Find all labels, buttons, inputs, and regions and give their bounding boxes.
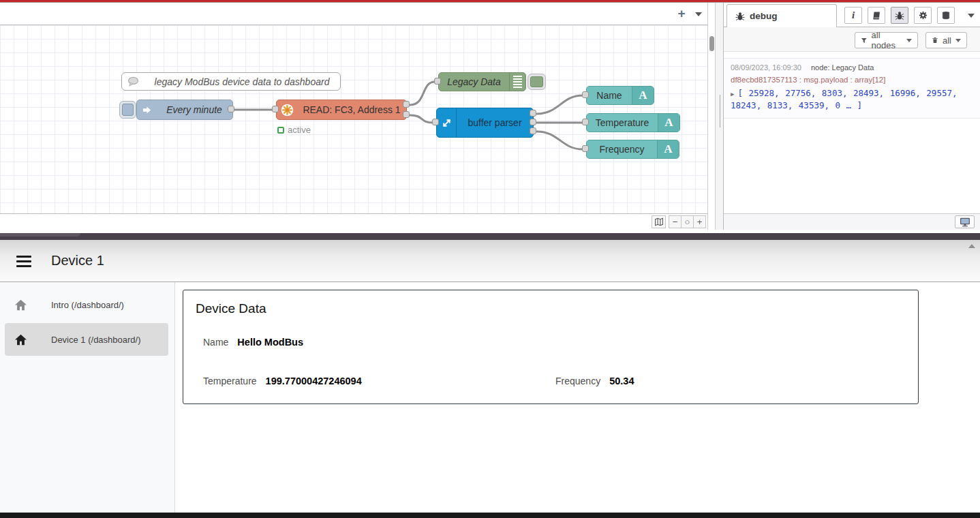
inject-node[interactable]: Every minute [136, 100, 233, 120]
wire-parser-name[interactable] [537, 95, 583, 114]
port-modbus-out-1[interactable] [403, 101, 410, 108]
wire-modbus-debug[interactable] [410, 82, 435, 105]
clear-messages-button[interactable]: all [925, 32, 967, 48]
filter-nodes-button[interactable]: all nodes [855, 32, 918, 48]
navigator-button[interactable] [652, 215, 666, 228]
config-nodes-tab-button[interactable] [914, 7, 932, 24]
buffer-parser-label: buffer parser [457, 108, 533, 137]
debug-toggle-button[interactable] [527, 74, 546, 90]
ui-text-node-temperature[interactable]: Temperature A [586, 113, 680, 132]
info-tab-button[interactable]: i [844, 7, 862, 24]
field-temperature-value: 199.77000427246094 [266, 376, 362, 386]
flow-canvas[interactable]: legacy ModBus device data to dashboard E… [0, 25, 707, 213]
clear-messages-label: all [943, 35, 951, 46]
port-parser-out-2[interactable] [530, 119, 536, 125]
field-temperature: Temperature 199.77000427246094 [203, 376, 362, 386]
field-temperature-label: Temperature [203, 376, 257, 386]
zoom-in-button[interactable]: + [693, 215, 706, 228]
port-parser-in[interactable] [432, 119, 439, 125]
trash-icon [932, 36, 938, 44]
screen: + legacy ModBus device data to d [0, 0, 980, 518]
port-inject-out[interactable] [228, 106, 234, 112]
field-frequency-value: 50.34 [609, 376, 634, 386]
nav-item-intro[interactable]: Intro (/dashboard/) [5, 288, 168, 321]
ui-text-name-label: Name [587, 87, 632, 104]
debug-node-legacy-data[interactable]: Legacy Data [438, 72, 526, 91]
status-text: active [288, 125, 311, 135]
port-modbus-in[interactable] [272, 106, 279, 112]
workspace-scrollbar-thumb[interactable] [709, 36, 714, 51]
database-icon [941, 11, 951, 20]
parser-swap-arrows-icon [437, 108, 457, 137]
home-icon [14, 299, 27, 311]
nav-item-device-1[interactable]: Device 1 (/dashboard/) [5, 323, 168, 356]
dashboard-body: Intro (/dashboard/) Device 1 (/dashboard… [0, 282, 980, 513]
browser-top-edge [0, 0, 980, 3]
wire-parser-frequency[interactable] [537, 132, 583, 149]
workspace-scrollbar[interactable] [707, 3, 715, 230]
port-parser-out-1[interactable] [530, 110, 536, 117]
funnel-icon [861, 37, 868, 44]
inject-arrow-icon [137, 100, 156, 119]
comment-node-label: legacy ModBus device data to dashboard [144, 73, 340, 90]
sidebar-menu-caret-icon[interactable] [968, 14, 975, 18]
text-widget-icon: A [632, 87, 654, 104]
debug-toggle-button-inner [530, 76, 543, 87]
open-debug-window-button[interactable] [955, 215, 975, 228]
flow-list-caret-icon[interactable] [695, 12, 702, 16]
dashboard-main: Device Data Name Hello ModBus Temperatur… [175, 282, 980, 513]
ui-text-node-name[interactable]: Name A [586, 86, 654, 105]
filter-caret-icon [906, 39, 912, 42]
ui-text-temperature-label: Temperature [587, 114, 658, 132]
context-data-tab-button[interactable] [937, 7, 955, 24]
inject-trigger-button-inner [122, 104, 134, 116]
port-frequency-in[interactable] [582, 145, 589, 152]
ui-text-frequency-label: Frequency [587, 140, 657, 158]
book-icon [871, 11, 881, 20]
info-icon: i [852, 10, 855, 21]
port-parser-out-3[interactable] [530, 127, 536, 134]
home-icon [14, 334, 27, 346]
debug-message[interactable]: 08/09/2023, 16:09:30 node: Legacy Data d… [724, 58, 980, 119]
debug-tab-button[interactable] [891, 7, 908, 24]
port-modbus-out-2[interactable] [403, 111, 410, 118]
modbus-read-node[interactable]: READ: FC3, Address 1 [276, 100, 407, 120]
expand-caret-icon[interactable]: ▶ [731, 91, 734, 97]
zoom-reset-button[interactable]: ○ [681, 215, 694, 228]
inject-trigger-button[interactable] [119, 101, 136, 119]
bug-icon [735, 12, 745, 21]
menu-hamburger-icon[interactable] [16, 256, 31, 267]
sidebar-splitter[interactable] [715, 3, 724, 230]
modbus-node-label: READ: FC3, Address 1 [297, 100, 406, 119]
sidebar-header: debug i [724, 3, 980, 27]
add-flow-button[interactable]: + [673, 5, 690, 22]
device-data-card: Device Data Name Hello ModBus Temperatur… [183, 290, 919, 404]
tab-debug[interactable]: debug [726, 4, 837, 27]
port-name-in[interactable] [582, 91, 589, 98]
taskbar-edge [0, 513, 980, 518]
field-frequency-label: Frequency [555, 376, 600, 386]
gear-icon [918, 10, 928, 20]
text-widget-icon: A [657, 140, 679, 158]
debug-payload[interactable]: ▶[ 25928, 27756, 8303, 28493, 16996, 295… [731, 87, 973, 112]
port-debug-in[interactable] [434, 78, 441, 85]
comment-node[interactable]: legacy ModBus device data to dashboard [121, 72, 341, 91]
help-tab-button[interactable] [868, 7, 885, 24]
wire-modbus-parser[interactable] [410, 115, 433, 123]
zoom-out-button[interactable]: − [669, 215, 682, 228]
node-red-workspace: + legacy ModBus device data to d [0, 3, 707, 230]
ui-text-node-frequency[interactable]: Frequency A [586, 140, 679, 159]
debug-payload-array: [ 25928, 27756, 8303, 28493, 16996, 2955… [731, 88, 958, 110]
bug-icon [895, 11, 904, 20]
scroll-up-arrow-icon[interactable] [968, 244, 975, 248]
debug-timestamp: 08/09/2023, 16:09:30 [731, 63, 801, 72]
nav-item-intro-label: Intro (/dashboard/) [51, 300, 124, 310]
clear-caret-icon [955, 39, 961, 42]
debug-list-icon [509, 73, 525, 91]
window-divider-tab [0, 233, 80, 237]
sidebar-footer [724, 213, 980, 230]
buffer-parser-node[interactable]: buffer parser [436, 108, 534, 138]
nav-item-device-1-label: Device 1 (/dashboard/) [51, 335, 141, 345]
field-frequency: Frequency 50.34 [555, 376, 634, 386]
port-temperature-in[interactable] [582, 119, 589, 125]
